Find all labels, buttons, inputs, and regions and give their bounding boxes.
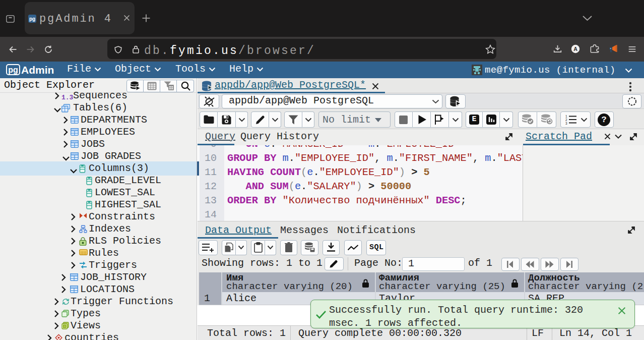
svg-text:pg: pg <box>29 16 35 22</box>
svg-text:1: 1 <box>565 115 567 118</box>
svg-text:2: 2 <box>565 118 567 122</box>
svg-text:3: 3 <box>565 122 567 125</box>
svg-text:A: A <box>573 46 577 52</box>
